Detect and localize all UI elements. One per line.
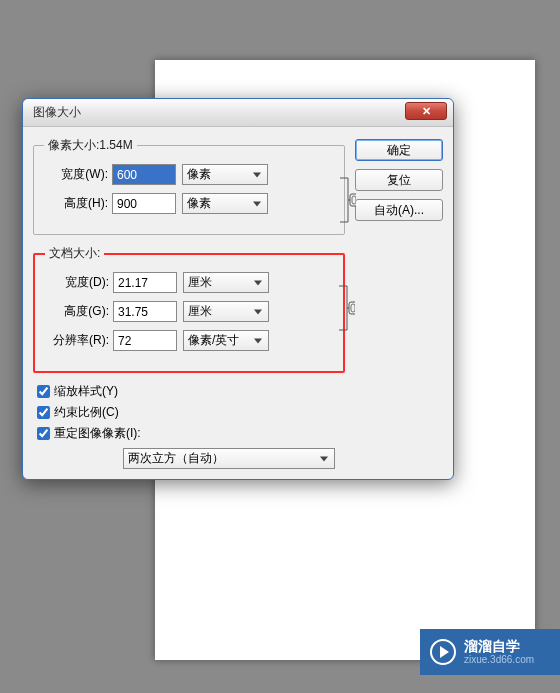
- buttons-column: 确定 复位 自动(A)...: [355, 137, 443, 469]
- resample-image-checkbox[interactable]: [37, 427, 50, 440]
- width-w-unit-select[interactable]: 像素: [182, 164, 268, 185]
- doc-legend: 文档大小:: [45, 245, 104, 262]
- close-button[interactable]: ✕: [405, 102, 447, 120]
- watermark-title: 溜溜自学: [464, 639, 534, 654]
- resolution-r-label: 分辨率(R):: [45, 332, 113, 349]
- width-d-input[interactable]: [113, 272, 177, 293]
- dialog-body: 像素大小:1.54M 宽度(W): 像素 高度(H): 像素: [23, 127, 453, 479]
- ok-button[interactable]: 确定: [355, 139, 443, 161]
- scale-styles-label: 缩放样式(Y): [54, 383, 118, 400]
- scale-styles-checkbox[interactable]: [37, 385, 50, 398]
- resample-label: 重定图像像素(I):: [54, 425, 141, 442]
- constrain-link-icon-2: [337, 282, 355, 334]
- height-h-input[interactable]: [112, 193, 176, 214]
- pixel-dimensions-group: 像素大小:1.54M 宽度(W): 像素 高度(H): 像素: [33, 137, 345, 235]
- watermark-url: zixue.3d66.com: [464, 654, 534, 665]
- reset-button[interactable]: 复位: [355, 169, 443, 191]
- resolution-r-unit-select[interactable]: 像素/英寸: [183, 330, 269, 351]
- resolution-r-input[interactable]: [113, 330, 177, 351]
- resample-method-select[interactable]: 两次立方（自动）: [123, 448, 335, 469]
- auto-button[interactable]: 自动(A)...: [355, 199, 443, 221]
- image-size-dialog: 图像大小 ✕ 像素大小:1.54M 宽度(W): 像素 高度(H):: [22, 98, 454, 480]
- close-icon: ✕: [422, 105, 431, 118]
- height-h-label: 高度(H):: [44, 195, 112, 212]
- constrain-label: 约束比例(C): [54, 404, 119, 421]
- constrain-proportions-checkbox[interactable]: [37, 406, 50, 419]
- constrain-link-icon: [338, 174, 356, 226]
- height-g-input[interactable]: [113, 301, 177, 322]
- width-d-label: 宽度(D):: [45, 274, 113, 291]
- dialog-title: 图像大小: [33, 104, 81, 121]
- document-size-group: 文档大小: 宽度(D): 厘米 高度(G): 厘米: [33, 245, 345, 373]
- height-g-label: 高度(G):: [45, 303, 113, 320]
- height-h-unit-select[interactable]: 像素: [182, 193, 268, 214]
- pixel-legend: 像素大小:1.54M: [44, 137, 137, 154]
- height-g-unit-select[interactable]: 厘米: [183, 301, 269, 322]
- titlebar[interactable]: 图像大小 ✕: [23, 99, 453, 127]
- width-w-input[interactable]: [112, 164, 176, 185]
- left-column: 像素大小:1.54M 宽度(W): 像素 高度(H): 像素: [33, 137, 345, 469]
- width-d-unit-select[interactable]: 厘米: [183, 272, 269, 293]
- watermark-badge: 溜溜自学 zixue.3d66.com: [420, 629, 560, 675]
- play-icon: [430, 639, 456, 665]
- width-w-label: 宽度(W):: [44, 166, 112, 183]
